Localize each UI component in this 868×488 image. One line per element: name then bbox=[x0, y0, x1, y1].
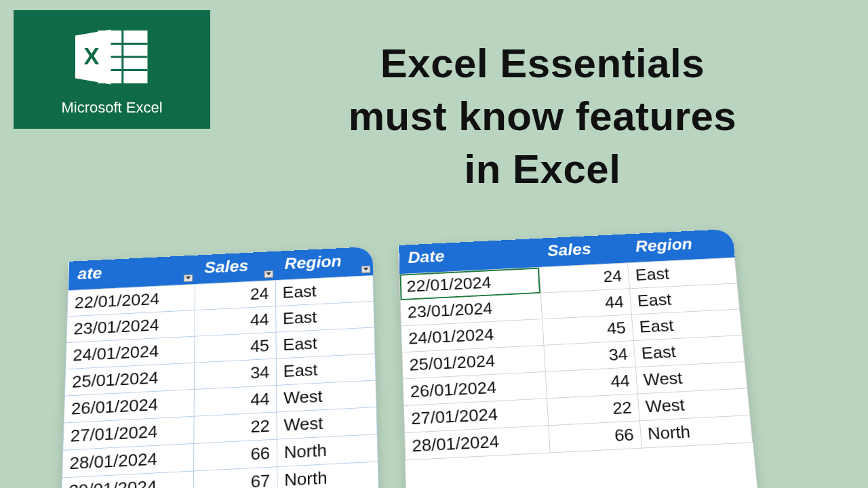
col-header-date-label: ate bbox=[77, 264, 102, 283]
col-header-sales[interactable]: Sales bbox=[538, 235, 628, 268]
svg-text:X: X bbox=[83, 43, 99, 68]
col-header-region[interactable]: Region bbox=[625, 229, 734, 263]
headline-line-3: in Excel bbox=[237, 143, 848, 196]
plain-table-card: Date Sales Region 22/01/202424East23/01/… bbox=[398, 229, 758, 488]
excel-brand-badge: X Microsoft Excel bbox=[14, 10, 210, 129]
headline-line-2: must know features bbox=[237, 90, 848, 143]
cell-sales[interactable]: 44 bbox=[540, 289, 631, 319]
col-header-region[interactable]: Region bbox=[275, 247, 373, 281]
headline-line-1: Excel Essentials bbox=[237, 37, 848, 90]
tables-perspective-wrap: ate Sales Region 22/01/202424East2 bbox=[0, 224, 868, 488]
cell-sales[interactable]: 45 bbox=[542, 314, 634, 345]
col-header-sales-label: Sales bbox=[204, 256, 248, 277]
cell-sales[interactable]: 22 bbox=[547, 394, 640, 426]
cell-sales[interactable]: 34 bbox=[544, 341, 635, 372]
filtered-table-body: 22/01/202424East23/01/202444East24/01/20… bbox=[60, 275, 380, 488]
plain-table-body: 22/01/202424East23/01/202444East24/01/20… bbox=[399, 258, 753, 460]
filter-dropdown-icon[interactable] bbox=[264, 270, 273, 278]
cell-sales[interactable]: 44 bbox=[195, 306, 276, 336]
excel-product-name: Microsoft Excel bbox=[61, 99, 162, 117]
filtered-table-card: ate Sales Region 22/01/202424East2 bbox=[60, 247, 380, 488]
cell-region[interactable]: North bbox=[277, 462, 379, 488]
tables-group: ate Sales Region 22/01/202424East2 bbox=[60, 227, 791, 488]
plain-table: Date Sales Region 22/01/202424East23/01/… bbox=[398, 229, 753, 461]
cell-sales[interactable]: 34 bbox=[195, 359, 277, 389]
cell-sales[interactable]: 22 bbox=[194, 412, 277, 443]
cell-sales[interactable]: 66 bbox=[194, 439, 277, 471]
cell-region[interactable]: North bbox=[639, 415, 752, 449]
cell-sales[interactable]: 45 bbox=[195, 332, 277, 363]
col-header-sales[interactable]: Sales bbox=[195, 251, 276, 285]
cell-sales[interactable]: 24 bbox=[195, 281, 275, 310]
filter-dropdown-icon[interactable] bbox=[361, 266, 370, 273]
cell-sales[interactable]: 44 bbox=[545, 367, 637, 399]
page-headline: Excel Essentials must know features in E… bbox=[237, 37, 848, 196]
cell-sales[interactable]: 67 bbox=[193, 467, 277, 488]
excel-logo-icon: X bbox=[71, 23, 153, 91]
cell-sales[interactable]: 66 bbox=[549, 421, 642, 453]
filtered-table: ate Sales Region 22/01/202424East2 bbox=[60, 247, 380, 488]
cell-sales[interactable]: 44 bbox=[194, 385, 277, 416]
filter-dropdown-icon[interactable] bbox=[183, 274, 193, 282]
cell-sales[interactable]: 24 bbox=[539, 263, 629, 293]
col-header-region-label: Region bbox=[284, 251, 341, 272]
